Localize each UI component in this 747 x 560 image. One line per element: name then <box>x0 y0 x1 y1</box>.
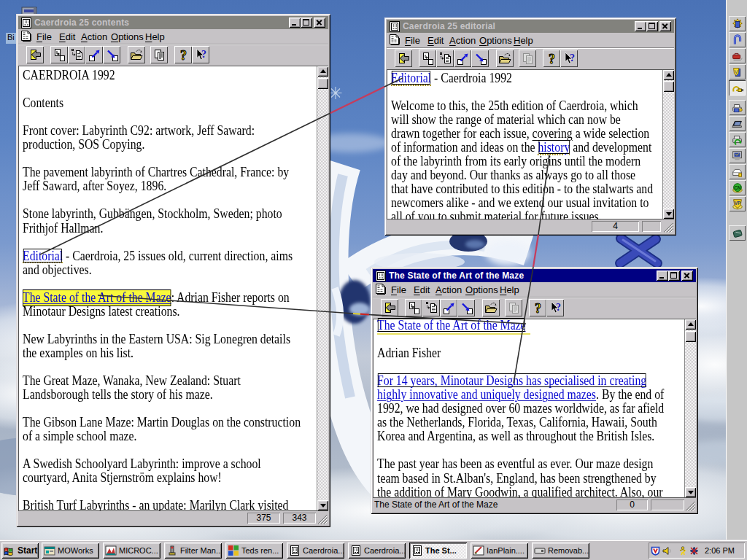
svg-text:CN: CN <box>734 184 741 190</box>
svg-text:?: ? <box>180 48 187 62</box>
svg-text:VP: VP <box>734 200 740 205</box>
svg-text:?: ? <box>535 301 541 315</box>
svg-text:V: V <box>735 69 738 74</box>
svg-text:?: ? <box>549 52 555 66</box>
